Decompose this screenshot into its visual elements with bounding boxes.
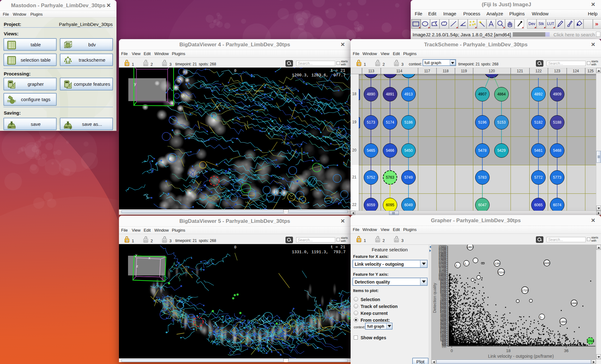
svg-text:z: z [136, 264, 138, 268]
svg-text:1955: 1955 [560, 320, 566, 323]
svg-text:y: y [134, 82, 136, 86]
svg-text:1...: 1... [464, 262, 468, 265]
svg-text:18: 18 [506, 348, 511, 353]
svg-text:1723: 1723 [521, 289, 528, 292]
svg-text:0: 0 [234, 245, 236, 250]
svg-text:1...: 1... [455, 264, 460, 267]
svg-text:0: 0 [450, 348, 453, 353]
svg-text:139: 139 [495, 262, 500, 265]
svg-text:t = 21: t = 21 [331, 68, 345, 73]
svg-text:1331.0, 1191.3, 793.7: 1331.0, 1191.3, 793.7 [292, 250, 346, 254]
svg-text:36: 36 [564, 348, 568, 353]
svg-text:x: x [148, 256, 151, 260]
svg-text:Detection quality: Detection quality [432, 283, 437, 313]
svg-text:1857: 1857 [467, 245, 473, 249]
svg-text:t = 21: t = 21 [331, 245, 345, 249]
svg-text:1...: 1... [540, 315, 544, 319]
svg-text:150: 150 [442, 345, 446, 348]
svg-text:y: y [135, 253, 137, 257]
svg-text:1635: 1635 [543, 261, 550, 265]
svg-text:0: 0 [234, 69, 236, 73]
svg-text:Link velocity - outgoing (px/f: Link velocity - outgoing (px/frame) [488, 354, 554, 359]
svg-text:5763: 5763 [587, 339, 593, 343]
svg-text:2114: 2114 [498, 270, 504, 274]
svg-text:1699: 1699 [571, 301, 577, 305]
svg-text:1200.3, 1203.6, 977.7: 1200.3, 1203.6, 977.7 [292, 73, 346, 78]
